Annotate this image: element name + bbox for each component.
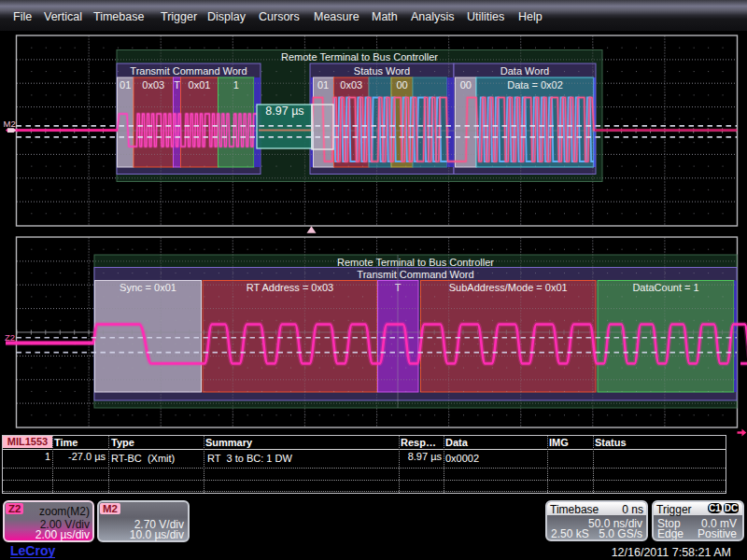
svg-text:8.97 µs: 8.97 µs	[265, 105, 303, 118]
svg-text:Transmit Command Word: Transmit Command Word	[357, 269, 473, 280]
svg-text:0x01: 0x01	[189, 79, 211, 91]
svg-text:Z2: Z2	[5, 332, 15, 343]
svg-text:T: T	[174, 79, 180, 91]
svg-text:0x03: 0x03	[340, 79, 362, 91]
svg-text:M2: M2	[4, 119, 16, 129]
svg-text:00: 00	[396, 79, 407, 91]
svg-text:Transmit Command Word: Transmit Command Word	[130, 65, 247, 77]
svg-text:RT Address = 0x03: RT Address = 0x03	[247, 282, 333, 293]
svg-text:Data = 0x02: Data = 0x02	[507, 79, 563, 91]
svg-text:Data Word: Data Word	[500, 65, 549, 77]
svg-text:DataCount = 1: DataCount = 1	[632, 282, 698, 293]
svg-text:Remote Terminal to Bus Control: Remote Terminal to Bus Controller	[337, 257, 494, 268]
svg-text:01: 01	[120, 79, 131, 91]
svg-text:Status Word: Status Word	[354, 65, 410, 77]
svg-text:00: 00	[460, 79, 472, 91]
svg-text:SubAddress/Mode = 0x01: SubAddress/Mode = 0x01	[449, 282, 568, 293]
svg-text:Sync = 0x01: Sync = 0x01	[120, 282, 176, 293]
svg-text:01: 01	[317, 79, 329, 91]
svg-text:1: 1	[233, 79, 239, 91]
